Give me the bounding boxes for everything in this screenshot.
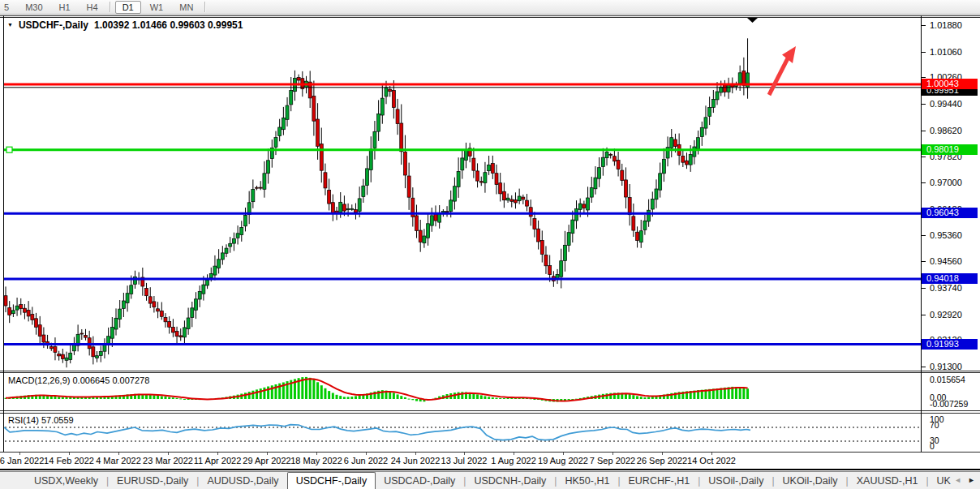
candle (639, 231, 643, 242)
candle (324, 173, 327, 188)
candle (328, 191, 331, 204)
candle (221, 253, 224, 260)
candle (110, 328, 114, 339)
candle (659, 174, 662, 190)
candle (99, 352, 102, 356)
candle (617, 161, 620, 169)
candle (168, 322, 171, 328)
timeframe-button-5[interactable]: 5 (0, 1, 16, 14)
candle (563, 245, 566, 260)
price-tick-label: 0.92920 (930, 310, 962, 320)
candle (256, 187, 259, 188)
tab-usdchf-daily[interactable]: USDCHF-,Daily (287, 472, 376, 489)
candle (461, 158, 464, 170)
candle (23, 308, 26, 312)
candle (636, 232, 639, 240)
timeframe-button-h4[interactable]: H4 (80, 1, 105, 14)
candle (160, 311, 163, 316)
candle (342, 204, 346, 211)
price-tick-dash (922, 52, 926, 53)
candle (499, 183, 502, 194)
candle (27, 311, 30, 316)
red-arrow-head (782, 46, 796, 63)
candle (373, 131, 376, 148)
tab-usdcad-daily[interactable]: USDCAD-,Daily (376, 472, 463, 489)
date-tick (415, 453, 416, 455)
candle (187, 318, 190, 329)
candle (126, 294, 129, 303)
tab-xauusd-h1[interactable]: XAUUSD-,H1 (849, 472, 926, 489)
date-label: 26 Jan 2022 (0, 456, 44, 465)
candle (522, 197, 525, 199)
toolbar-separator (110, 2, 111, 12)
candle (590, 188, 593, 198)
candle (700, 127, 703, 136)
tab-eurusd-daily[interactable]: EURUSD-,Daily (109, 472, 196, 489)
price-tick-dash (922, 367, 926, 367)
candle (179, 336, 183, 337)
date-label: 4 Mar 2022 (96, 456, 141, 465)
tab-audusd-daily[interactable]: AUDUSD-,Daily (199, 472, 286, 489)
rsi-label: RSI(14) 57.0559 (8, 415, 74, 425)
chart-left-border (3, 15, 4, 452)
tab-usoil-daily[interactable]: USOil-,Daily (700, 472, 772, 489)
main-macd-separator-inner[interactable] (0, 372, 980, 373)
candle (484, 173, 487, 183)
timeframe-button-d1[interactable]: D1 (115, 1, 141, 14)
candle (449, 200, 453, 212)
tab-scroll-left-icon[interactable]: ◄ (954, 472, 961, 489)
price-tick-dash (922, 235, 926, 236)
symbol-dropdown-icon[interactable]: ▼ (7, 20, 13, 30)
candle (389, 89, 392, 92)
tab-scroll-right-icon[interactable]: ► (968, 472, 975, 489)
tab-ukoil-daily[interactable]: UKOil-,Daily (775, 472, 846, 489)
candle (358, 199, 361, 212)
candle (681, 156, 685, 162)
candle (423, 236, 426, 243)
candle (445, 212, 449, 212)
rsi-plot[interactable] (4, 414, 921, 451)
main-macd-separator[interactable] (0, 371, 980, 371)
mt4-window: 5M30H1H4D1W1MN ▼ USDCHF-,Daily 1.00392 1… (0, 0, 980, 489)
candle (35, 319, 38, 328)
date-tick (267, 453, 268, 455)
candle (430, 216, 433, 225)
chart-ohlc-values: 1.00392 1.01466 0.99603 0.99951 (94, 19, 243, 31)
candle (195, 299, 198, 311)
candle (560, 261, 563, 277)
candle (502, 191, 505, 200)
date-tick (612, 453, 613, 455)
candle (670, 138, 673, 148)
timeframe-button-m30[interactable]: M30 (18, 1, 49, 14)
price-tick-label: 1.01060 (930, 47, 962, 57)
candle (537, 229, 540, 242)
candle (544, 255, 548, 266)
tab-usdcnh-daily[interactable]: USDCNH-,Daily (466, 472, 554, 489)
candle (217, 260, 221, 268)
candle (286, 105, 289, 119)
price-tick-label: 1.01880 (930, 20, 962, 30)
tab-eurchf-h1[interactable]: EURCHF-,H1 (621, 472, 698, 489)
candle (11, 311, 15, 314)
candlestick-plot[interactable] (4, 18, 921, 371)
tab-hk50-h1[interactable]: HK50-,H1 (557, 472, 617, 489)
timeframe-button-h1[interactable]: H1 (52, 1, 78, 14)
candle (316, 119, 320, 146)
timeframe-button-mn[interactable]: MN (172, 1, 200, 14)
price-level-label: 0.91993 (922, 339, 978, 350)
tab-usdx-weekly[interactable]: USDX,Weekly (26, 472, 106, 489)
candle (290, 90, 293, 104)
candle (331, 203, 334, 213)
macd-axis-label: 0.015654 (930, 375, 965, 384)
date-label: 11 Apr 2022 (194, 456, 242, 465)
candle (651, 199, 654, 209)
candle (198, 292, 201, 300)
timeframe-button-w1[interactable]: W1 (143, 1, 171, 14)
date-label: 6 Jun 2022 (344, 456, 388, 465)
timeframe-toolbar: 5M30H1H4D1W1MN (0, 0, 980, 15)
macd-rsi-separator[interactable] (0, 410, 980, 411)
date-label: 14 Oct 2022 (687, 456, 736, 465)
candle (259, 187, 262, 188)
candle (122, 301, 125, 308)
candle (594, 178, 597, 189)
